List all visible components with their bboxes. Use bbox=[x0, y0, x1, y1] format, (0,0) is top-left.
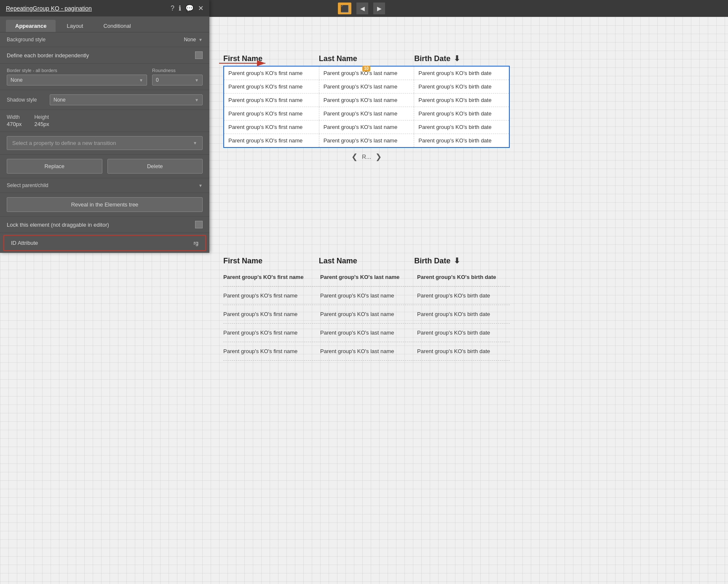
download-icon-1[interactable]: ⬇ bbox=[454, 54, 460, 63]
toolbar-nav-prev[interactable]: ◀ bbox=[356, 3, 368, 14]
table1-cell-r6c1: Parent group's KO's first name bbox=[224, 134, 319, 147]
toolbar-nav-next[interactable]: ▶ bbox=[373, 3, 385, 14]
close-icon[interactable]: ✕ bbox=[198, 4, 203, 12]
table2-cell-r2c1: Parent group's KO's first name bbox=[223, 289, 316, 302]
select-parent-label: Select parent/child bbox=[7, 182, 48, 188]
chat-icon[interactable]: 💬 bbox=[185, 4, 194, 12]
table1-cell-r4c3: Parent group's KO's birth date bbox=[414, 107, 509, 120]
table2-cell-r3c2: Parent group's KO's last name bbox=[316, 308, 413, 321]
table-row: Parent group's KO's first name Parent gr… bbox=[223, 305, 510, 324]
height-label: Height bbox=[34, 114, 49, 120]
height-value: 245px bbox=[34, 121, 49, 127]
transition-arrow: ▼ bbox=[193, 141, 197, 145]
lock-checkbox[interactable] bbox=[195, 221, 203, 228]
border-style-arrow: ▼ bbox=[139, 78, 143, 83]
panel-body: Background style None ▼ Define each bord… bbox=[0, 32, 209, 251]
help-icon[interactable]: ? bbox=[171, 5, 174, 12]
table1-container: First Name Last Name Birth Date ⬇ 10 Par… bbox=[223, 51, 510, 166]
table1-cell-r3c2: Parent group's KO's last name bbox=[319, 94, 415, 107]
toolbar-main-button[interactable]: ⬛ bbox=[338, 3, 351, 14]
select-parent-section: Select parent/child ▼ bbox=[0, 178, 209, 193]
pagination-row: ❮ R... ❯ bbox=[223, 148, 510, 166]
panel-titlebar: RepeatingGroup KO - pagination ? ℹ 💬 ✕ bbox=[0, 0, 209, 16]
border-style-value: None bbox=[11, 77, 23, 83]
table2-container: First Name Last Name Birth Date ⬇ Parent… bbox=[223, 253, 510, 361]
roundness-label: Roundness bbox=[152, 68, 203, 73]
table-row: Parent group's KO's first name Parent gr… bbox=[223, 342, 510, 361]
table-row: Parent group's KO's first name Parent gr… bbox=[223, 324, 510, 342]
pagination-prev[interactable]: ❮ bbox=[351, 152, 358, 161]
roundness-col: Roundness 0 ▼ bbox=[152, 68, 203, 86]
table2-cell-r5c1: Parent group's KO's first name bbox=[223, 345, 316, 358]
reveal-button[interactable]: Reveal in the Elements tree bbox=[7, 197, 203, 212]
table1-cell-r3c3: Parent group's KO's birth date bbox=[414, 94, 509, 107]
table1-cell-r5c3: Parent group's KO's birth date bbox=[414, 121, 509, 134]
info-icon[interactable]: ℹ bbox=[179, 4, 181, 12]
width-item: Width 470px bbox=[7, 114, 21, 127]
action-section: Replace Delete bbox=[0, 155, 209, 178]
table2-cell-r4c2: Parent group's KO's last name bbox=[316, 326, 413, 339]
table2-body: Parent group's KO's first name Parent gr… bbox=[223, 268, 510, 361]
pagination-label: R... bbox=[362, 153, 371, 160]
bg-style-row: Background style None ▼ bbox=[0, 32, 209, 47]
reveal-section: Reveal in the Elements tree bbox=[0, 193, 209, 217]
panel: RepeatingGroup KO - pagination ? ℹ 💬 ✕ A… bbox=[0, 0, 209, 253]
table1-body: Parent group's KO's first name Parent gr… bbox=[223, 66, 510, 148]
table1-cell-r2c2: Parent group's KO's last name bbox=[319, 80, 415, 93]
panel-title-icons: ? ℹ 💬 ✕ bbox=[171, 4, 203, 12]
table1-cell-r4c1: Parent group's KO's first name bbox=[224, 107, 319, 120]
table2-cell-r4c3: Parent group's KO's birth date bbox=[413, 326, 510, 339]
table-row: Parent group's KO's first name Parent gr… bbox=[224, 121, 509, 134]
width-label: Width bbox=[7, 114, 21, 120]
width-value: 470px bbox=[7, 121, 21, 127]
canvas-content: First Name Last Name Birth Date ⬇ 10 Par… bbox=[219, 0, 728, 584]
table1-header-lastname: Last Name bbox=[319, 54, 415, 63]
table1-cell-r5c1: Parent group's KO's first name bbox=[224, 121, 319, 134]
tab-layout[interactable]: Layout bbox=[57, 20, 92, 32]
table2-cell-r3c1: Parent group's KO's first name bbox=[223, 308, 316, 321]
border-style-col: Border style - all borders None ▼ bbox=[7, 68, 147, 86]
table2-cell-r1c1: Parent group's KO's first name bbox=[223, 271, 316, 284]
delete-button[interactable]: Delete bbox=[107, 159, 203, 174]
border-section: Border style - all borders None ▼ Roundn… bbox=[0, 64, 209, 90]
replace-button[interactable]: Replace bbox=[7, 159, 102, 174]
panel-title: RepeatingGroup KO - pagination bbox=[6, 5, 92, 12]
define-border-checkbox[interactable] bbox=[195, 51, 203, 59]
shadow-style-label: Shadow style bbox=[7, 97, 45, 103]
shadow-style-dropdown[interactable]: None ▼ bbox=[50, 94, 203, 105]
panel-tabs: Appearance Layout Conditional bbox=[0, 16, 209, 32]
define-border-row: Define each border independently bbox=[0, 47, 209, 64]
table1-cell-r2c1: Parent group's KO's first name bbox=[224, 80, 319, 93]
table1-cell-r1c1: Parent group's KO's first name bbox=[224, 67, 319, 80]
table1-cell-r3c1: Parent group's KO's first name bbox=[224, 94, 319, 107]
shadow-style-value: None bbox=[54, 97, 66, 103]
table-row: Parent group's KO's first name Parent gr… bbox=[223, 268, 510, 287]
select-parent-arrow: ▼ bbox=[198, 183, 203, 188]
table2-cell-r3c3: Parent group's KO's birth date bbox=[413, 308, 510, 321]
roundness-arrow: ▼ bbox=[195, 78, 199, 83]
table2-cell-r4c1: Parent group's KO's first name bbox=[223, 326, 316, 339]
tab-appearance[interactable]: Appearance bbox=[6, 20, 56, 32]
transition-dropdown[interactable]: Select a property to define a new transi… bbox=[7, 136, 203, 150]
define-border-label: Define each border independently bbox=[7, 52, 89, 59]
table1-cell-r1c3: Parent group's KO's birth date bbox=[414, 67, 509, 80]
table-row: Parent group's KO's first name Parent gr… bbox=[224, 94, 509, 107]
table2-header-lastname: Last Name bbox=[319, 257, 415, 265]
table2-cell-r5c3: Parent group's KO's birth date bbox=[413, 345, 510, 358]
bg-style-arrow: ▼ bbox=[198, 38, 203, 42]
id-attribute-value[interactable]: rg bbox=[193, 240, 198, 246]
tab-conditional[interactable]: Conditional bbox=[94, 20, 140, 32]
roundness-dropdown[interactable]: 0 ▼ bbox=[152, 75, 203, 86]
table2-cell-r5c2: Parent group's KO's last name bbox=[316, 345, 413, 358]
border-row: Border style - all borders None ▼ Roundn… bbox=[7, 68, 203, 86]
pagination-next[interactable]: ❯ bbox=[375, 152, 382, 161]
border-style-dropdown[interactable]: None ▼ bbox=[7, 75, 147, 86]
bg-style-label: Background style bbox=[7, 37, 46, 43]
table2-header-firstname: First Name bbox=[223, 257, 319, 265]
table1-cell-r5c2: Parent group's KO's last name bbox=[319, 121, 415, 134]
border-style-label: Border style - all borders bbox=[7, 68, 147, 73]
table2-header-birthdate: Birth Date ⬇ bbox=[414, 256, 510, 265]
table1-badge: 10 bbox=[362, 66, 370, 71]
download-icon-2[interactable]: ⬇ bbox=[454, 256, 460, 265]
transition-placeholder: Select a property to define a new transi… bbox=[12, 140, 116, 146]
